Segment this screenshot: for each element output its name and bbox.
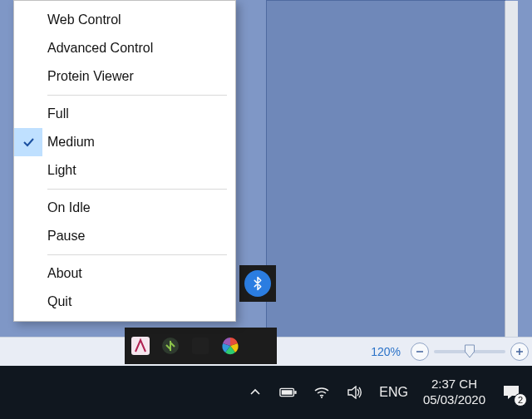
tray-popup xyxy=(239,265,276,302)
menu-item-about[interactable]: About xyxy=(14,259,235,288)
tray-context-menu: Web Control Advanced Control Protein Vie… xyxy=(13,0,236,322)
zoom-slider-thumb[interactable] xyxy=(465,344,475,358)
menu-item-full[interactable]: Full xyxy=(14,100,235,128)
menu-label: On Idle xyxy=(47,200,91,215)
language-indicator[interactable]: ENG xyxy=(379,385,408,400)
menu-label: Quit xyxy=(47,294,71,309)
notification-badge: 2 xyxy=(514,393,527,407)
svg-rect-5 xyxy=(192,338,209,354)
tray-expand-icon[interactable] xyxy=(246,383,264,402)
zoom-in-button[interactable] xyxy=(510,343,529,361)
volume-icon[interactable] xyxy=(346,383,364,402)
menu-item-medium[interactable]: Medium xyxy=(14,128,235,156)
svg-rect-9 xyxy=(282,390,293,395)
bluetooth-icon[interactable] xyxy=(244,270,271,297)
menu-item-protein-viewer[interactable]: Protein Viewer xyxy=(14,62,235,91)
scrollbar-thumb[interactable] xyxy=(507,267,516,288)
menu-label: Light xyxy=(47,163,76,178)
menu-label: About xyxy=(47,266,82,281)
menu-label: Web Control xyxy=(47,12,121,27)
tray-app-icon-1[interactable] xyxy=(130,335,151,357)
menu-item-on-idle[interactable]: On Idle xyxy=(14,194,235,222)
clock-time: 2:37 CH xyxy=(423,377,485,392)
svg-point-10 xyxy=(321,397,323,398)
menu-label: Advanced Control xyxy=(47,41,153,56)
menu-label: Pause xyxy=(47,229,85,244)
tray-app-icon-4[interactable] xyxy=(219,335,241,357)
app-content-pane xyxy=(266,0,505,337)
tray-app-icon-2[interactable] xyxy=(160,335,181,357)
menu-label: Protein Viewer xyxy=(47,69,134,84)
menu-label: Medium xyxy=(47,135,95,150)
menu-item-web-control[interactable]: Web Control xyxy=(14,6,235,34)
tray-app-icon-3[interactable] xyxy=(190,335,211,357)
menu-separator xyxy=(47,254,227,255)
wifi-icon[interactable] xyxy=(313,383,331,402)
action-center-icon[interactable]: 2 xyxy=(500,383,522,402)
pinned-tray xyxy=(125,328,277,364)
svg-rect-8 xyxy=(295,391,297,394)
zoom-level-label[interactable]: 120% xyxy=(366,345,406,358)
menu-separator xyxy=(47,189,227,190)
menu-item-quit[interactable]: Quit xyxy=(14,288,235,316)
menu-item-advanced-control[interactable]: Advanced Control xyxy=(14,34,235,62)
menu-separator xyxy=(47,95,227,96)
clock-date: 05/03/2020 xyxy=(423,392,485,408)
check-icon xyxy=(14,128,42,156)
battery-icon[interactable] xyxy=(279,383,298,402)
taskbar: ENG 2:37 CH 05/03/2020 2 xyxy=(0,366,532,419)
clock[interactable]: 2:37 CH 05/03/2020 xyxy=(423,377,485,408)
menu-item-light[interactable]: Light xyxy=(14,156,235,185)
zoom-slider[interactable] xyxy=(434,350,505,353)
menu-item-pause[interactable]: Pause xyxy=(14,222,235,250)
vertical-scrollbar[interactable] xyxy=(505,1,518,338)
zoom-out-button[interactable] xyxy=(411,343,429,361)
menu-label: Full xyxy=(47,106,69,121)
